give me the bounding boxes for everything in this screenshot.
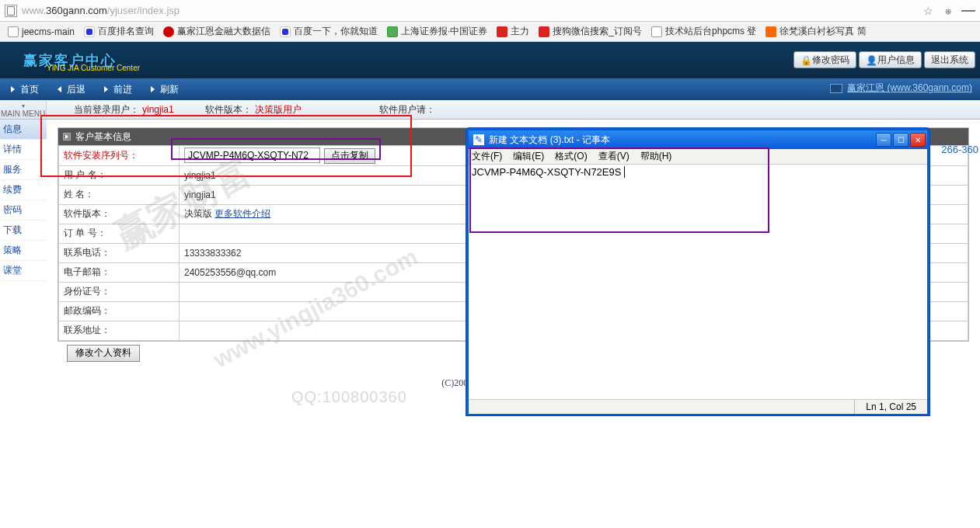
url-host: 360gann.com	[46, 5, 107, 16]
favicon	[84, 26, 95, 37]
bookmark-item[interactable]: 搜狗微信搜索_订阅号	[534, 23, 647, 40]
current-user-label: 当前登录用户：	[74, 104, 139, 115]
nav-home[interactable]: 首页	[8, 83, 39, 96]
nav-forward-label: 前进	[113, 83, 132, 96]
menu-file[interactable]: 文件(F)	[472, 150, 502, 163]
bookmark-star-icon[interactable]: ☆	[921, 4, 935, 18]
user-icon: 👤	[866, 55, 875, 64]
phone-label: 联系电话：	[59, 243, 180, 262]
current-user-value: yingjia1	[142, 104, 174, 115]
sidebar-item[interactable]: 详情	[0, 140, 47, 160]
left-sidebar: 信息详情服务续费密码下载策略课堂	[0, 120, 47, 389]
chrome-menu-icon[interactable]	[961, 4, 975, 18]
page-icon	[5, 5, 17, 17]
bookmark-label: 上海证券报·中国证券	[401, 25, 487, 38]
url-field[interactable]: www.360gann.com/yjuser/index.jsp	[22, 5, 915, 16]
browser-address-bar: www.360gann.com/yjuser/index.jsp ☆ ⎈	[0, 0, 980, 22]
nav-back[interactable]: 后退	[54, 83, 85, 96]
address-label: 联系地址：	[59, 321, 180, 340]
favicon	[280, 26, 291, 37]
edit-profile-button[interactable]: 修改个人资料	[67, 345, 140, 362]
serial-input[interactable]	[184, 148, 320, 163]
panel-icon	[63, 133, 71, 141]
lock-icon: 🔒	[800, 55, 810, 64]
sidebar-item[interactable]: 下载	[0, 221, 47, 241]
version-label: 软件版本：	[205, 104, 252, 115]
sidebar-item[interactable]: 课堂	[0, 261, 47, 281]
nav-home-label: 首页	[20, 83, 39, 96]
bookmark-label: 技术站后台phpcms 登	[665, 25, 756, 38]
notepad-statusbar: Ln 1, Col 25	[469, 399, 927, 414]
favicon	[539, 26, 549, 37]
favicon	[8, 26, 19, 37]
username-label: 用 户 名：	[59, 165, 180, 185]
menu-format[interactable]: 格式(O)	[555, 150, 587, 163]
nav-brand-link[interactable]: 赢家江恩 (www.360gann.com)	[830, 82, 972, 95]
hotline-fragment: 266-360	[941, 144, 978, 155]
sidebar-item[interactable]: 密码	[0, 200, 47, 221]
bookmark-item[interactable]: 上海证券报·中国证券	[382, 23, 492, 40]
name-label: 姓 名：	[59, 185, 180, 204]
nav-back-label: 后退	[67, 83, 85, 96]
menu-view[interactable]: 查看(V)	[598, 150, 630, 163]
text-caret	[621, 166, 625, 178]
change-password-label: 修改密码	[812, 54, 849, 67]
home-icon	[8, 85, 17, 94]
id-label: 身份证号：	[59, 282, 180, 301]
monitor-icon	[830, 84, 842, 93]
menu-edit[interactable]: 编辑(E)	[513, 150, 544, 163]
sidebar-item[interactable]: 服务	[0, 160, 47, 180]
main-menu-toggle[interactable]: ▾ MAIN MENU	[0, 101, 47, 119]
copy-serial-button[interactable]: 点击复制	[324, 148, 375, 164]
forward-icon	[101, 85, 110, 94]
url-protocol: www.	[22, 5, 46, 16]
bookmark-item[interactable]: jeecms-main	[3, 23, 79, 40]
software-version-label: 软件版本：	[59, 204, 180, 224]
notepad-icon: ✎	[473, 134, 484, 145]
notepad-window[interactable]: ✎ 新建 文本文档 (3).txt - 记事本 ─ ☐ ✕ 文件(F) 编辑(E…	[466, 128, 929, 415]
notepad-menubar: 文件(F) 编辑(E) 格式(O) 查看(V) 帮助(H)	[469, 149, 927, 165]
sidebar-item[interactable]: 策略	[0, 241, 47, 261]
chevron-down-icon: ▾	[0, 102, 46, 109]
menu-help[interactable]: 帮助(H)	[640, 150, 672, 163]
bookmark-item[interactable]: 技术站后台phpcms 登	[647, 23, 761, 40]
close-button[interactable]: ✕	[910, 133, 926, 147]
logout-button[interactable]: 退出系统	[924, 51, 975, 68]
bookmark-item[interactable]: 徐梵溪白衬衫写真 简	[761, 23, 870, 40]
order-label: 订 单 号：	[59, 224, 180, 243]
sidebar-item[interactable]: 信息	[0, 120, 47, 140]
bookmark-item[interactable]: 百度一下，你就知道	[275, 23, 382, 40]
main-menu-label: MAIN MENU	[0, 109, 46, 118]
nav-bar: 首页 后退 前进 刷新 赢家江恩 (www.360gann.com)	[0, 78, 980, 100]
bookmark-item[interactable]: 百度排名查询	[79, 23, 159, 40]
change-password-button[interactable]: 🔒修改密码	[793, 51, 856, 68]
bookmark-label: 徐梵溪白衬衫写真 简	[779, 25, 866, 38]
steering-icon[interactable]: ⎈	[941, 4, 955, 18]
bookmark-item[interactable]: 赢家江恩金融大数据信	[159, 23, 275, 40]
version-value: 决策版用户	[255, 104, 302, 115]
sidebar-item[interactable]: 续费	[0, 180, 47, 200]
favicon	[387, 26, 398, 37]
user-tip-label: 软件用户请：	[379, 104, 435, 115]
more-software-link[interactable]: 更多软件介绍	[214, 208, 270, 219]
bookmark-item[interactable]: 主力	[492, 23, 534, 40]
refresh-icon	[148, 85, 157, 94]
nav-forward[interactable]: 前进	[101, 83, 132, 96]
notepad-titlebar[interactable]: ✎ 新建 文本文档 (3).txt - 记事本 ─ ☐ ✕	[469, 130, 927, 149]
url-path: /yjuser/index.jsp	[107, 5, 180, 16]
zip-label: 邮政编码：	[59, 301, 180, 321]
minimize-button[interactable]: ─	[876, 133, 891, 147]
nav-refresh[interactable]: 刷新	[148, 83, 179, 96]
watermark-qq: QQ:100800360	[291, 388, 407, 406]
email-label: 电子邮箱：	[59, 262, 180, 282]
notepad-textarea[interactable]: JCVMP-P4M6Q-XSQTY-N72E9S	[469, 165, 927, 399]
bookmark-label: jeecms-main	[22, 26, 75, 37]
user-info-button[interactable]: 👤用户信息	[859, 51, 922, 68]
notepad-title: 新建 文本文档 (3).txt - 记事本	[489, 134, 876, 147]
cursor-position: Ln 1, Col 25	[854, 400, 927, 414]
maximize-button[interactable]: ☐	[893, 133, 909, 147]
panel-title: 客户基本信息	[75, 130, 131, 144]
notepad-content: JCVMP-P4M6Q-XSQTY-N72E9S	[472, 166, 621, 178]
app-header: 赢家客户中心 YING JIA Customer Center 🔒修改密码 👤用…	[0, 42, 980, 78]
favicon	[163, 26, 174, 37]
